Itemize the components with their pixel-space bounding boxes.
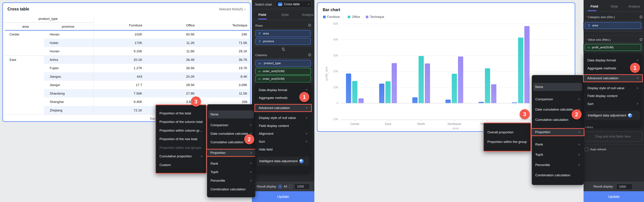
selected-fields-dropdown[interactable]: Selected fields(5)▾	[219, 8, 246, 11]
tab-style[interactable]: Style	[281, 13, 289, 17]
menu-item-proportion-of-the-row-total[interactable]: Proportion of the row total	[156, 137, 206, 141]
category-axis-label: Category axis (Dim.)	[588, 16, 615, 19]
chevron-right-icon: >	[636, 86, 638, 90]
menu-item-overall-proportion[interactable]: Overall proportion	[484, 130, 530, 134]
menu-item-cumulative-proportion[interactable]: Cumulative proportion>	[156, 154, 206, 158]
menu-item-rank[interactable]: Rank>	[207, 162, 255, 165]
step-badge-2: 2	[244, 134, 254, 144]
menu-item-proportion-of-the-total[interactable]: Proportion of the total	[156, 111, 206, 115]
update-button[interactable]: Update	[252, 191, 314, 202]
menu-item-data-display-format[interactable]: Data display format>	[584, 58, 642, 62]
bar-office-5	[518, 38, 523, 103]
legend-item-office[interactable]: Office	[348, 15, 360, 19]
menu-item-label: Sort	[259, 140, 265, 144]
menu-item-label: Display style of null value	[259, 116, 296, 120]
columns-section-label: Columns	[255, 54, 267, 57]
filters-dropzone[interactable]: Drag and drop fields here.	[584, 131, 642, 141]
menu-item-percentile[interactable]: Percentile>	[207, 179, 255, 182]
menu-item-label: Combination calculation	[535, 173, 570, 177]
table-row-stripe	[44, 89, 250, 98]
menu-item-proportion-within-column-gr[interactable]: Proportion within column gr...	[156, 129, 206, 132]
menu-item-comparison[interactable]: Comparison>	[532, 97, 584, 101]
menu-item-display-style-of-null-value[interactable]: Display style of null value>	[584, 86, 642, 90]
menu-item-proportion-within-the-group[interactable]: Proportion within the group	[484, 140, 530, 144]
required-asterisk: *	[586, 16, 587, 19]
menu-item-advanced-calculation[interactable]: Advanced calculation>	[254, 104, 312, 112]
menu-item-advanced-calculation[interactable]: Advanced calculation>	[583, 74, 643, 82]
value-axis-label: Value axis (Mea.)	[588, 38, 611, 41]
menu-item-sort[interactable]: Sort>	[584, 102, 642, 106]
result-limit-radio[interactable]	[289, 185, 292, 188]
chart-type-dropdown[interactable]: Cross table ▾	[276, 1, 312, 8]
row-field-province[interactable]: province	[255, 38, 311, 45]
category-axis-field[interactable]: area	[584, 22, 641, 29]
rows-gear-icon[interactable]: ⚙	[308, 23, 312, 28]
bar-technique-2	[425, 63, 430, 103]
auto-refresh-label: Auto refresh	[590, 148, 606, 151]
menu-item-none[interactable]: None	[533, 83, 582, 91]
result-display-label-right: Result display	[594, 185, 613, 188]
menu-item-combination-calculation[interactable]: Combination calculation	[207, 187, 255, 191]
result-limit-input[interactable]: 1000	[294, 183, 310, 189]
menu-item-comparison[interactable]: Comparison>	[207, 123, 255, 127]
menu-item-label: Combination calculation	[210, 187, 246, 191]
menu-item-proportion-of-the-column-total[interactable]: Proportion of the column total	[156, 120, 206, 124]
value-axis-gear-icon[interactable]: ⚙	[639, 38, 643, 42]
column-field-order-amt-1[interactable]: №order_amt(SUM)	[255, 68, 311, 75]
menu-item-label: Rank	[535, 142, 543, 146]
menu-item-alignment[interactable]: Alignment>	[255, 132, 311, 136]
menu-item-custom[interactable]: Custom	[156, 163, 206, 167]
menu-item-label: Field display content	[259, 124, 289, 128]
value-cell: 19.7K	[239, 66, 247, 70]
y-axis-tick-label: 50K	[324, 22, 338, 26]
column-field-product-type[interactable]: Str.product_type	[255, 60, 311, 67]
menu-item-field-display-content[interactable]: Field display content	[255, 124, 311, 128]
menu-item-data-display-format[interactable]: Data display format>	[255, 88, 311, 92]
result-limit-input-right[interactable]: 1000	[616, 183, 632, 190]
chevron-right-icon: >	[250, 162, 252, 165]
menu-item-rank[interactable]: Rank>	[532, 142, 584, 146]
value-axis-field[interactable]: №profit_amt(SUM)	[584, 44, 641, 51]
chart-type-value: Cross table	[284, 3, 300, 6]
columns-gear-icon[interactable]: ⚙	[308, 53, 312, 57]
ai-sparkle-icon	[300, 159, 304, 163]
menu-item-none[interactable]: None	[208, 110, 254, 118]
menu-item-sort[interactable]: Sort>	[255, 140, 311, 144]
menu-item-field-display-content[interactable]: Field display content	[584, 94, 642, 98]
legend-item-furniture[interactable]: Furniture	[323, 15, 340, 19]
swap-rows-columns-icon[interactable]: ⇅	[281, 47, 285, 52]
menu-item-display-style-of-null-value[interactable]: Display style of null value>	[255, 116, 311, 120]
tab-analyze-right[interactable]: Analyze	[628, 5, 640, 8]
tab-analyze[interactable]: Analyze	[302, 13, 314, 17]
row-field-area[interactable]: area	[255, 30, 311, 37]
chevron-right-icon: >	[578, 98, 580, 101]
menu-item-percentile[interactable]: Percentile>	[532, 163, 584, 167]
menu-item-combination-calculation[interactable]: Combination calculation	[532, 173, 584, 177]
menu-item-hide-field[interactable]: Hide field	[255, 148, 311, 151]
menu-item-label: Cumulative calculation	[535, 118, 568, 122]
menu-item-intelligent-data-adjustment[interactable]: Intelligent data adjustment	[257, 157, 309, 166]
menu-item-label: Rank	[210, 162, 218, 165]
province-cell: Shandong	[50, 92, 65, 95]
tab-field-right[interactable]: Field	[590, 5, 598, 8]
cross-table-card: Cross table Selected fields(5)▾ product_…	[2, 3, 250, 122]
menu-item-label: Comparison	[210, 123, 228, 127]
auto-refresh-checkbox[interactable]	[584, 147, 588, 151]
tab-field[interactable]: Field	[258, 13, 266, 17]
menu-item-proportion[interactable]: Proportion>	[531, 128, 584, 136]
menu-item-topn[interactable]: TopN>	[207, 170, 255, 174]
menu-item-proportion[interactable]: Proportion>	[206, 149, 256, 157]
menu-item-topn[interactable]: TopN>	[532, 153, 584, 157]
tab-style-right[interactable]: Style	[611, 5, 618, 8]
menu-item-intelligent-data-adjustment[interactable]: Intelligent data adjustment	[586, 111, 640, 120]
update-button-right[interactable]: Update	[584, 191, 644, 202]
legend-item-technique[interactable]: Technique	[366, 15, 384, 19]
province-cell: Jiangxi	[50, 83, 60, 87]
column-field-order-amt-2[interactable]: №order_amt(SUM)	[255, 75, 311, 82]
field-pill-label: province	[263, 40, 274, 43]
legend-label: Furniture	[327, 15, 340, 19]
province-cell: Hubei	[50, 41, 58, 45]
category-axis-gear-icon[interactable]: ⚙	[639, 15, 643, 19]
result-all-radio[interactable]	[278, 185, 282, 188]
menu-item-label: Alignment	[259, 132, 274, 136]
